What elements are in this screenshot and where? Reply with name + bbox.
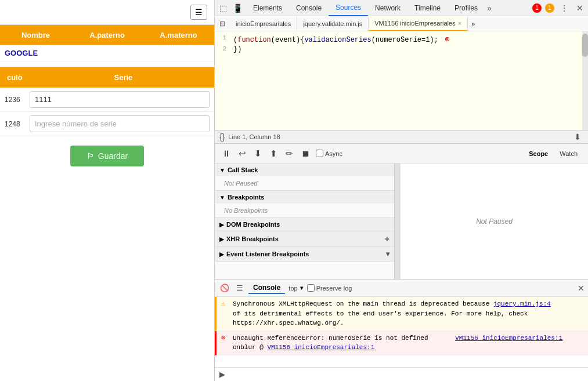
devtools-close-icon[interactable]: ✕ [574, 2, 586, 14]
table-row: GOOGLE [0, 45, 214, 61]
section-col-culo: culo [0, 72, 107, 83]
step-over-button[interactable]: ↩ [236, 147, 248, 160]
call-stack-header[interactable]: ▼ Call Stack [215, 164, 394, 176]
section-col-serie: Serie [107, 72, 215, 83]
format-icon[interactable]: {} [219, 132, 225, 141]
tab-console[interactable]: Console [289, 0, 329, 16]
col-paterno: A.paterno [71, 30, 143, 41]
watch-tab[interactable]: Watch [554, 148, 583, 159]
event-breakpoints-label: Event Listener Breakpoints [226, 251, 309, 257]
event-dropdown-icon[interactable]: ▾ [386, 250, 389, 258]
breakpoints-label: Breakpoints [228, 194, 265, 201]
async-label: Async [325, 150, 342, 157]
deactivate-button[interactable]: ✏ [283, 147, 295, 160]
pause-button[interactable]: ⏸ [219, 147, 233, 159]
error-link[interactable]: VM1156 inicioEmpresariales:1 [455, 335, 562, 342]
status-position: Line 1, Column 18 [228, 133, 280, 140]
warning-continuation: of its detrimental effects to the end us… [233, 310, 528, 327]
console-input-row: ▶ [215, 367, 588, 381]
filter-dropdown[interactable]: ▾ [300, 284, 304, 292]
console-panel: 🚫 ☰ Console top ▾ Preserve log ✕ ⚠ Synch… [215, 280, 588, 381]
console-close-button[interactable]: ✕ [578, 284, 585, 293]
status-expand-icon[interactable]: ⬇ [572, 131, 583, 143]
devtools-mobile-icon[interactable]: 📱 [230, 2, 245, 14]
console-filter-btn[interactable]: ☰ [235, 282, 245, 293]
console-input[interactable] [228, 371, 583, 379]
more-tabs-icon[interactable]: » [485, 2, 494, 14]
debug-sidebar: ▼ Call Stack Not Paused ▼ Breakpoints No… [215, 164, 395, 279]
editor-scrollbar[interactable] [582, 31, 588, 130]
col-nombre: Nombre [0, 30, 71, 41]
breakpoints-header[interactable]: ▼ Breakpoints [215, 191, 394, 204]
step-into-button[interactable]: ⬇ [252, 147, 264, 160]
console-clear-btn[interactable]: 🚫 [218, 282, 231, 293]
devtools-tabs: Elements Console Sources Network Timelin… [246, 0, 494, 16]
scope-watch-panel: Not Paused [401, 164, 588, 279]
sidebar-scrollbar[interactable] [395, 164, 401, 279]
code-editor[interactable]: 1 (function(event){validacionSeries(nume… [215, 31, 588, 130]
devtools-icons-right: 1 1 ⋮ ✕ [532, 2, 586, 14]
step-out-button[interactable]: ⬆ [268, 147, 280, 160]
xhr-add-icon[interactable]: + [385, 234, 389, 244]
tab-profiles[interactable]: Profiles [448, 0, 485, 16]
line-number-2: 2 [215, 45, 231, 52]
preserve-log-label[interactable]: Preserve log [307, 284, 352, 292]
event-breakpoints-header[interactable]: ▶ Event Listener Breakpoints ▾ [215, 247, 394, 261]
col-materno: A.materno [143, 30, 214, 41]
file-tab-jquery[interactable]: jquery.validate.min.js [297, 16, 369, 31]
code-line-2: 2 }) [215, 45, 588, 55]
status-bar: {} Line 1, Column 18 ⬇ [215, 130, 588, 144]
save-label: Guardar [98, 151, 128, 161]
devtools-more-icon[interactable]: ⋮ [558, 2, 571, 14]
console-prompt: ▶ [219, 370, 225, 379]
scope-tab[interactable]: Scope [523, 148, 554, 159]
devtools-inspect-icon[interactable]: ⬚ [217, 2, 229, 14]
async-checkbox-label[interactable]: Async [316, 150, 342, 157]
console-warning-msg: ⚠ Synchronous XMLHttpRequest on the main… [215, 297, 588, 331]
table-header: Nombre A.paterno A.materno [0, 25, 214, 45]
async-checkbox[interactable] [316, 150, 323, 157]
dom-breakpoints-header[interactable]: ▶ DOM Breakpoints [215, 218, 394, 231]
tab-timeline[interactable]: Timeline [407, 0, 448, 16]
dom-breakpoints-section: ▶ DOM Breakpoints [215, 218, 394, 231]
not-paused-text: Not Paused [476, 217, 513, 226]
line-number-1: 1 [215, 34, 231, 41]
xhr-arrow: ▶ [219, 236, 224, 242]
file-tab-jquery-label: jquery.validate.min.js [303, 20, 362, 27]
tab-elements[interactable]: Elements [246, 0, 289, 16]
filter-input-area: top ▾ [288, 284, 303, 292]
breakpoints-section: ▼ Breakpoints No Breakpoints [215, 191, 394, 218]
file-tab-vm1156[interactable]: VM1156 inicioEmpresariales × [369, 16, 468, 31]
console-tab-label[interactable]: Console [248, 282, 285, 294]
series-input-2[interactable] [30, 115, 210, 132]
save-button[interactable]: 🏳 Guardar [70, 146, 144, 166]
dom-breakpoints-label: DOM Breakpoints [226, 221, 280, 228]
more-file-tabs[interactable]: » [468, 18, 478, 30]
file-tabs: ⊟ inicioEmpresariales jquery.validate.mi… [215, 16, 588, 31]
error-sublink[interactable]: VM1156 inicioEmpresariales:1 [267, 344, 374, 351]
sidebar-toggle[interactable]: ⊟ [215, 17, 230, 30]
preserve-log-checkbox[interactable] [307, 284, 315, 292]
hamburger-button[interactable]: ☰ [190, 5, 207, 20]
status-left: {} Line 1, Column 18 [219, 132, 280, 141]
tab-sources[interactable]: Sources [329, 0, 368, 16]
row-label-2: 1248 [5, 120, 25, 128]
pause-exceptions-button[interactable]: ⏹ [299, 147, 312, 159]
file-tab-inicio[interactable]: inicioEmpresariales [230, 16, 297, 31]
xhr-breakpoints-label: XHR Breakpoints [226, 235, 279, 242]
error-spacer [432, 335, 455, 342]
warning-icon: ⚠ [221, 299, 229, 308]
call-stack-not-paused: Not Paused [215, 176, 394, 190]
row-label-1: 1236 [5, 96, 25, 104]
warning-badge: 1 [545, 3, 554, 13]
xhr-breakpoints-header[interactable]: ▶ XHR Breakpoints + [215, 231, 394, 246]
editor-scroll-thumb[interactable] [582, 34, 588, 57]
file-tab-vm1156-close[interactable]: × [458, 20, 461, 27]
series-input-1[interactable] [30, 91, 210, 108]
save-icon: 🏳 [86, 151, 95, 161]
warning-link[interactable]: jquery.min.js:4 [493, 300, 551, 307]
tab-network[interactable]: Network [368, 0, 407, 16]
code-line-1: 1 (function(event){validacionSeries(nume… [215, 34, 588, 45]
event-arrow: ▶ [219, 251, 224, 257]
console-messages: ⚠ Synchronous XMLHttpRequest on the main… [215, 297, 588, 367]
